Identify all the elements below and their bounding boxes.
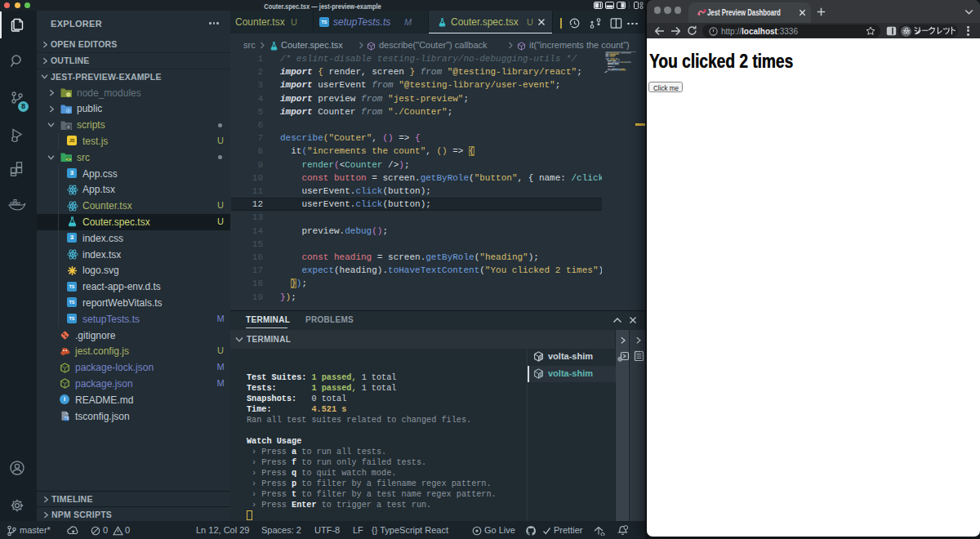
svg-text:<>: <>: [65, 157, 72, 163]
svg-text:TS: TS: [65, 416, 69, 421]
